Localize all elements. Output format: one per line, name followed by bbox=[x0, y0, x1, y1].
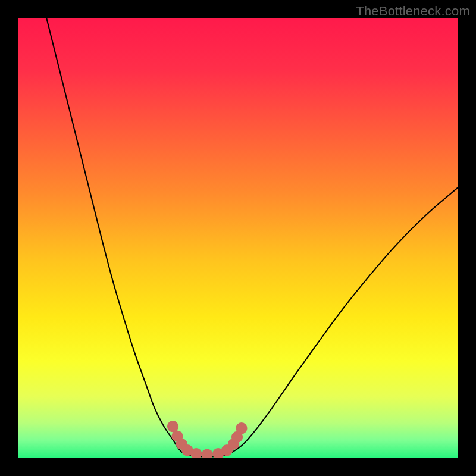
highlight-dot bbox=[236, 422, 247, 434]
plot-background bbox=[18, 18, 458, 458]
watermark-text: TheBottleneck.com bbox=[356, 4, 470, 19]
bottleneck-chart bbox=[18, 18, 458, 458]
chart-frame: TheBottleneck.com bbox=[0, 0, 476, 476]
